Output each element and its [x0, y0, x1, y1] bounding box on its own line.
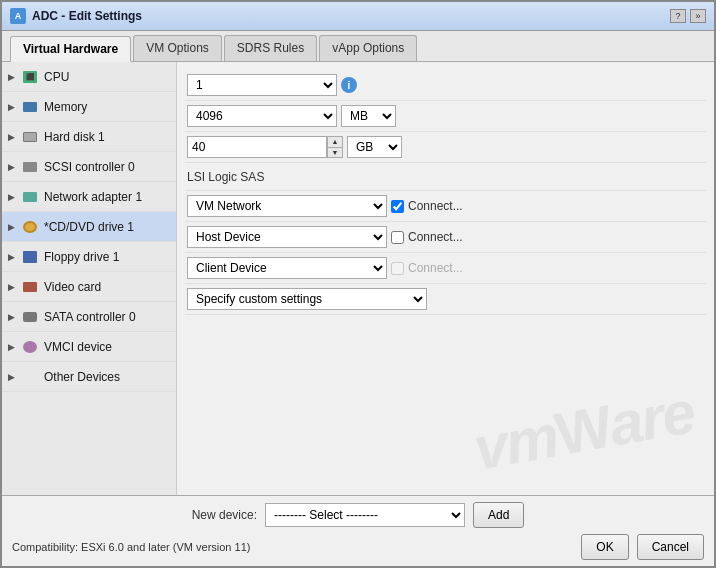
- harddisk-settings: ▲ ▼ GB MB: [187, 136, 704, 158]
- floppy-settings: Client Device Connect...: [187, 257, 704, 279]
- memory-label: Memory: [44, 100, 87, 114]
- harddisk-spin-down[interactable]: ▼: [328, 148, 342, 158]
- bottom-bar: New device: -------- Select -------- Add…: [2, 495, 714, 566]
- hw-item-cpu[interactable]: ▶ ⬛ CPU: [2, 62, 176, 92]
- new-device-select[interactable]: -------- Select --------: [265, 503, 465, 527]
- network-connect-checkbox[interactable]: [391, 200, 404, 213]
- harddisk-spinbox: ▲ ▼: [187, 136, 343, 158]
- settings-row-cpu: 1 2 4 8 i: [185, 70, 706, 101]
- cancel-button[interactable]: Cancel: [637, 534, 704, 560]
- help-button[interactable]: ?: [670, 9, 686, 23]
- floppy-select[interactable]: Client Device: [187, 257, 387, 279]
- app-icon: A: [10, 8, 26, 24]
- settings-row-harddisk: ▲ ▼ GB MB: [185, 132, 706, 163]
- ok-button[interactable]: OK: [581, 534, 628, 560]
- tab-vapp-options[interactable]: vApp Options: [319, 35, 417, 61]
- settings-row-memory: 4096 2048 8192 MB GB: [185, 101, 706, 132]
- main-content: ▶ ⬛ CPU ▶ Memory ▶ Hard disk 1: [2, 62, 714, 495]
- cddvd-select[interactable]: Host Device Client Device: [187, 226, 387, 248]
- hw-item-cddvd[interactable]: ▶ *CD/DVD drive 1: [2, 212, 176, 242]
- floppy-icon: [21, 250, 39, 264]
- add-button[interactable]: Add: [473, 502, 524, 528]
- tab-vm-options[interactable]: VM Options: [133, 35, 222, 61]
- vmci-arrow: ▶: [8, 342, 18, 352]
- compat-text: Compatibility: ESXi 6.0 and later (VM ve…: [12, 541, 250, 553]
- footer-row: Compatibility: ESXi 6.0 and later (VM ve…: [12, 534, 704, 560]
- cpu-info-icon[interactable]: i: [341, 77, 357, 93]
- hw-item-network[interactable]: ▶ Network adapter 1: [2, 182, 176, 212]
- memory-unit-select[interactable]: MB GB: [341, 105, 396, 127]
- other-arrow: ▶: [8, 372, 18, 382]
- video-select[interactable]: Specify custom settings: [187, 288, 427, 310]
- tab-virtual-hardware[interactable]: Virtual Hardware: [10, 36, 131, 62]
- cddvd-connect-wrap: Connect...: [391, 230, 463, 244]
- floppy-label: Floppy drive 1: [44, 250, 119, 264]
- other-icon: [21, 370, 39, 384]
- cpu-icon: ⬛: [21, 70, 39, 84]
- other-label: Other Devices: [44, 370, 120, 384]
- network-connect-wrap: Connect...: [391, 199, 463, 213]
- cddvd-label: *CD/DVD drive 1: [44, 220, 134, 234]
- harddisk-spin-up[interactable]: ▲: [328, 137, 342, 148]
- hw-item-memory[interactable]: ▶ Memory: [2, 92, 176, 122]
- cpu-select[interactable]: 1 2 4 8: [187, 74, 337, 96]
- hw-item-hard-disk[interactable]: ▶ Hard disk 1: [2, 122, 176, 152]
- video-settings: Specify custom settings: [187, 288, 704, 310]
- left-panel: ▶ ⬛ CPU ▶ Memory ▶ Hard disk 1: [2, 62, 177, 495]
- title-bar-buttons: ? »: [670, 9, 706, 23]
- hw-item-sata[interactable]: ▶ SATA controller 0: [2, 302, 176, 332]
- vmci-label: VMCI device: [44, 340, 112, 354]
- vmci-icon: [21, 340, 39, 354]
- hw-item-other[interactable]: ▶ Other Devices: [2, 362, 176, 392]
- watermark: vmWare: [468, 377, 698, 483]
- expand-button[interactable]: »: [690, 9, 706, 23]
- new-device-row: New device: -------- Select -------- Add: [12, 502, 704, 528]
- sata-icon: [21, 310, 39, 324]
- video-label: Video card: [44, 280, 101, 294]
- floppy-connect-checkbox[interactable]: [391, 262, 404, 275]
- floppy-connect-wrap: Connect...: [391, 261, 463, 275]
- cddvd-connect-checkbox[interactable]: [391, 231, 404, 244]
- title-bar-left: A ADC - Edit Settings: [10, 8, 142, 24]
- settings-row-network: VM Network Connect...: [185, 191, 706, 222]
- floppy-arrow: ▶: [8, 252, 18, 262]
- network-select[interactable]: VM Network: [187, 195, 387, 217]
- scsi-icon: [21, 160, 39, 174]
- cpu-label: CPU: [44, 70, 69, 84]
- network-arrow: ▶: [8, 192, 18, 202]
- settings-row-floppy: Client Device Connect...: [185, 253, 706, 284]
- cpu-settings: 1 2 4 8 i: [187, 74, 704, 96]
- new-device-label: New device:: [192, 508, 257, 522]
- video-arrow: ▶: [8, 282, 18, 292]
- network-connect-label: Connect...: [408, 199, 463, 213]
- settings-row-scsi: LSI Logic SAS: [185, 163, 706, 191]
- settings-row-video: Specify custom settings: [185, 284, 706, 315]
- hw-item-vmci[interactable]: ▶ VMCI device: [2, 332, 176, 362]
- video-icon: [21, 280, 39, 294]
- hw-item-scsi[interactable]: ▶ SCSI controller 0: [2, 152, 176, 182]
- window-title: ADC - Edit Settings: [32, 9, 142, 23]
- memory-settings: 4096 2048 8192 MB GB: [187, 105, 704, 127]
- footer-buttons: OK Cancel: [581, 534, 704, 560]
- sata-label: SATA controller 0: [44, 310, 136, 324]
- hw-item-video[interactable]: ▶ Video card: [2, 272, 176, 302]
- hard-disk-label: Hard disk 1: [44, 130, 105, 144]
- network-icon: [21, 190, 39, 204]
- hard-disk-icon: [21, 130, 39, 144]
- hard-disk-arrow: ▶: [8, 132, 18, 142]
- tabs-bar: Virtual Hardware VM Options SDRS Rules v…: [2, 31, 714, 62]
- scsi-settings: LSI Logic SAS: [187, 170, 704, 184]
- hw-item-floppy[interactable]: ▶ Floppy drive 1: [2, 242, 176, 272]
- harddisk-unit-select[interactable]: GB MB: [347, 136, 402, 158]
- network-settings: VM Network Connect...: [187, 195, 704, 217]
- cddvd-arrow: ▶: [8, 222, 18, 232]
- settings-row-cddvd: Host Device Client Device Connect...: [185, 222, 706, 253]
- floppy-connect-label: Connect...: [408, 261, 463, 275]
- harddisk-spin-arrows: ▲ ▼: [327, 136, 343, 158]
- sata-arrow: ▶: [8, 312, 18, 322]
- tab-sdrs-rules[interactable]: SDRS Rules: [224, 35, 317, 61]
- right-panel: 1 2 4 8 i 4096 2048 8192: [177, 62, 714, 495]
- cddvd-icon: [21, 220, 39, 234]
- memory-select[interactable]: 4096 2048 8192: [187, 105, 337, 127]
- harddisk-input[interactable]: [187, 136, 327, 158]
